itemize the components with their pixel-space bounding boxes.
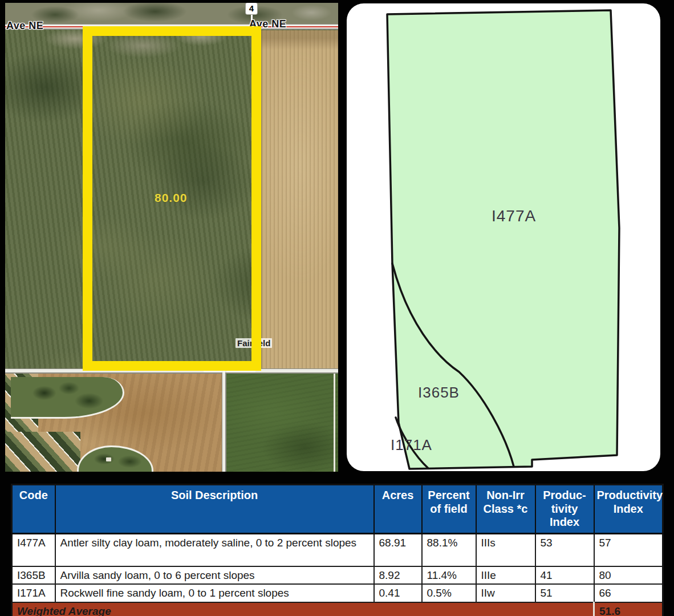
cell-code: I171A (12, 584, 55, 602)
soil-table: Code Soil Description Acres Percent of f… (11, 484, 664, 616)
soil-map-panel: I477A I365B I171A (342, 0, 663, 475)
header-acres: Acres (374, 485, 422, 534)
parcel-boundary-outline (83, 26, 261, 371)
header-code: Code (12, 485, 55, 534)
cell-non-irr-class: IIIe (476, 566, 535, 585)
aerial-map: Ave NE Ave NE 4 80.00 Fairfield 3-150N-5… (5, 3, 338, 472)
cell-productivity-index: 53 (535, 533, 594, 566)
weighted-average-label: Weighted Average (12, 602, 594, 616)
crop-field-bottom-right (226, 374, 338, 472)
region-label-i477a: I477A (492, 207, 536, 225)
table-row: I477A Antler silty clay loam, moderately… (12, 533, 663, 566)
header-productivity-index-short: Produc- tivity Index (535, 485, 594, 534)
tilled-field-right (261, 30, 338, 371)
cell-acres: 68.91 (374, 533, 422, 566)
cell-percent: 0.5% (422, 584, 476, 602)
header-soil-description: Soil Description (55, 485, 374, 534)
cell-productivity-index-2: 57 (594, 533, 663, 566)
header-non-irr-class: Non-Irr Class *c (476, 485, 535, 534)
region-label-i171a: I171A (391, 436, 432, 453)
soil-report-page: Ave NE Ave NE 4 80.00 Fairfield 3-150N-5… (0, 0, 674, 616)
roadside-band (5, 3, 338, 25)
cell-productivity-index: 41 (535, 566, 594, 585)
cell-code: I365B (12, 566, 55, 585)
header-percent-of-field: Percent of field (422, 485, 476, 534)
road-label-left: Ave NE (6, 20, 43, 32)
cell-acres: 8.92 (374, 566, 422, 585)
table-row: I365B Arvilla sandy loam, 0 to 6 percent… (12, 566, 663, 585)
cell-description: Rockwell fine sandy loam, 0 to 1 percent… (55, 584, 374, 602)
weighted-average-row: Weighted Average 51.6 (12, 602, 663, 616)
table-row: I171A Rockwell fine sandy loam, 0 to 1 p… (12, 584, 663, 602)
cell-description: Antler silty clay loam, moderately salin… (55, 533, 374, 566)
cell-non-irr-class: IIw (476, 584, 535, 602)
highway-4-marker: 4 (246, 3, 257, 14)
field-boundary-line (334, 374, 335, 472)
cell-acres: 0.41 (374, 584, 422, 602)
shelterbelt-strips-lower (5, 432, 80, 472)
cell-percent: 88.1% (422, 533, 476, 566)
region-label-i365b: I365B (418, 384, 460, 401)
header-productivity-index: Productivity Index (594, 485, 663, 534)
cell-non-irr-class: IIIs (476, 533, 535, 566)
table-header-row: Code Soil Description Acres Percent of f… (12, 485, 663, 534)
cell-productivity-index: 51 (535, 584, 594, 602)
side-road-vertical (222, 371, 226, 472)
weighted-average-value: 51.6 (594, 602, 663, 616)
soil-table-section: Code Soil Description Acres Percent of f… (11, 484, 663, 616)
cell-percent: 11.4% (422, 566, 476, 585)
cell-productivity-index-2: 66 (594, 584, 663, 602)
cell-description: Arvilla sandy loam, 0 to 6 percent slope… (55, 566, 374, 585)
cell-code: I477A (12, 533, 55, 566)
farmstead-structure (106, 457, 111, 461)
cell-productivity-index-2: 80 (594, 566, 663, 585)
